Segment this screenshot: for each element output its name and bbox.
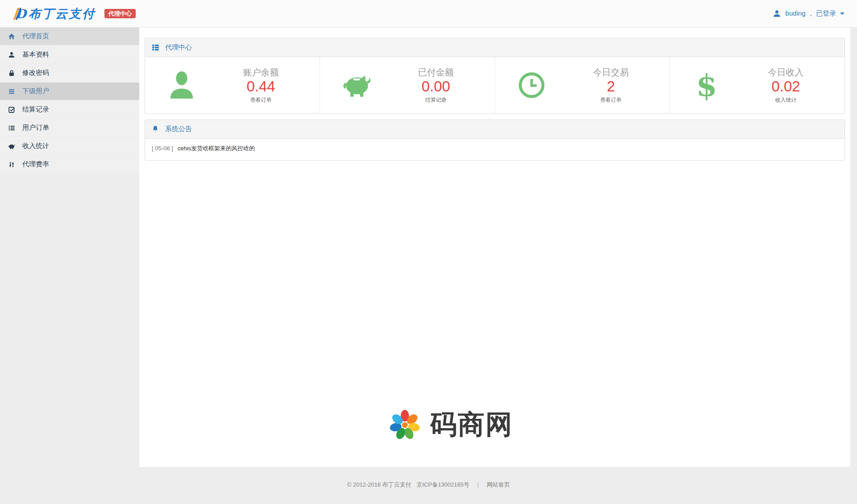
stat-link[interactable]: 结算记录: [393, 96, 478, 104]
clock-stat-icon: [495, 71, 568, 99]
stat-label: 账户余额: [218, 66, 304, 78]
announcement-text: cehis发货啥框架来的风控啥的: [178, 145, 255, 152]
footer-copyright: © 2012-2016 布丁云支付: [347, 481, 412, 488]
main-content: 代理中心 账户余额 0.44 查看订单 已付金额 0.00 结算记录 今日交易: [139, 28, 850, 467]
sidebar-item-label: 结算记录: [22, 105, 49, 114]
sort-icon: [8, 161, 15, 168]
stat-label: 今日收入: [743, 66, 828, 78]
announcement-date: [ 05-06 ]: [152, 145, 173, 152]
footer-icp: 京ICP备13002165号: [416, 481, 470, 488]
user-icon: [8, 51, 15, 58]
flower-logo-icon: [387, 408, 422, 442]
sidebar-item-代理首页[interactable]: 代理首页: [0, 28, 139, 45]
stat-label: 今日交易: [568, 66, 653, 78]
stat-card-今日交易[interactable]: 今日交易 2 查看订单: [495, 57, 670, 113]
stat-card-今日收入[interactable]: $ 今日收入 0.02 收入统计: [670, 57, 845, 113]
announcement-item[interactable]: [ 05-06 ]cehis发货啥框架来的风控啥的: [145, 139, 845, 160]
stat-value: 2: [568, 78, 653, 95]
sidebar-nav: 代理首页 基本资料 修改密码 下级用户 结算记录 用户订单 收入统计 代理费率: [0, 28, 139, 504]
stat-link[interactable]: 查看订单: [568, 96, 653, 104]
lock-icon: [8, 70, 15, 77]
stat-label: 已付金额: [393, 66, 478, 78]
stat-value: 0.44: [218, 78, 304, 95]
page-footer: © 2012-2016 布丁云支付 京ICP备13002165号 | 网站首页: [0, 467, 857, 504]
agent-center-panel: 代理中心 账户余额 0.44 查看订单 已付金额 0.00 结算记录 今日交易: [145, 38, 845, 114]
stat-link[interactable]: 收入统计: [743, 96, 828, 104]
agent-center-panel-title: 代理中心: [165, 43, 192, 52]
sidebar-item-用户订单[interactable]: 用户订单: [0, 119, 139, 136]
sidebar-item-label: 代理首页: [22, 32, 49, 41]
announcement-panel: 系统公告 [ 05-06 ]cehis发货啥框架来的风控啥的: [145, 120, 845, 161]
stats-row: 账户余额 0.44 查看订单 已付金额 0.00 结算记录 今日交易 2 查看订…: [145, 57, 845, 113]
stat-card-账户余额[interactable]: 账户余额 0.44 查看订单: [145, 57, 320, 113]
user-avatar-icon: [773, 9, 781, 18]
agent-center-panel-heading: 代理中心: [145, 38, 845, 57]
brand-name: 布丁云支付: [29, 6, 96, 22]
site-watermark: 码商网: [139, 407, 850, 443]
sidebar-item-结算记录[interactable]: 结算记录: [0, 101, 139, 118]
brand-logo-icon: D: [10, 7, 25, 21]
th-list-icon: [152, 44, 159, 51]
stat-link[interactable]: 查看订单: [218, 96, 304, 104]
sidebar-item-下级用户[interactable]: 下级用户: [0, 83, 139, 100]
svg-text:D: D: [15, 6, 28, 21]
sidebar-item-label: 代理费率: [22, 160, 49, 169]
sidebar-item-label: 收入统计: [22, 142, 49, 150]
footer-home-link[interactable]: 网站首页: [487, 481, 510, 488]
bars-icon: [8, 88, 15, 95]
caret-down-icon: [840, 12, 845, 15]
sidebar-item-label: 基本资料: [22, 50, 49, 59]
stat-value: 0.00: [393, 78, 478, 95]
announcement-list: [ 05-06 ]cehis发货啥框架来的风控啥的: [145, 139, 845, 160]
bell-icon: [152, 125, 159, 133]
footer-divider: |: [477, 481, 478, 488]
user-login-status: buding ， 已登录: [786, 9, 836, 18]
check-square-icon: [8, 106, 15, 113]
sidebar-item-label: 用户订单: [22, 124, 49, 132]
sidebar-item-代理费率[interactable]: 代理费率: [0, 156, 139, 173]
sidebar-item-label: 下级用户: [22, 87, 49, 95]
stat-card-已付金额[interactable]: 已付金额 0.00 结算记录: [320, 57, 495, 113]
person-stat-icon: [145, 70, 218, 101]
user-menu[interactable]: buding ， 已登录: [773, 9, 845, 18]
list-icon: [8, 124, 15, 132]
sidebar-item-基本资料[interactable]: 基本资料: [0, 46, 139, 63]
agent-center-badge[interactable]: 代理中心: [104, 9, 136, 18]
stat-value: 0.02: [743, 78, 828, 95]
logo[interactable]: D 布丁云支付 代理中心: [10, 6, 136, 22]
watermark-text: 码商网: [430, 407, 513, 443]
sidebar-item-label: 修改密码: [22, 69, 49, 77]
announcement-panel-title: 系统公告: [165, 125, 192, 133]
piggy-icon: [8, 143, 15, 150]
home-icon: [8, 33, 15, 40]
sidebar-item-修改密码[interactable]: 修改密码: [0, 64, 139, 82]
top-bar: D 布丁云支付 代理中心 buding ， 已登录: [0, 0, 857, 28]
announcement-panel-heading: 系统公告: [145, 120, 845, 139]
dollar-stat-icon: $: [670, 70, 743, 100]
sidebar-item-收入统计[interactable]: 收入统计: [0, 137, 139, 155]
piggy-stat-icon: [320, 73, 393, 98]
